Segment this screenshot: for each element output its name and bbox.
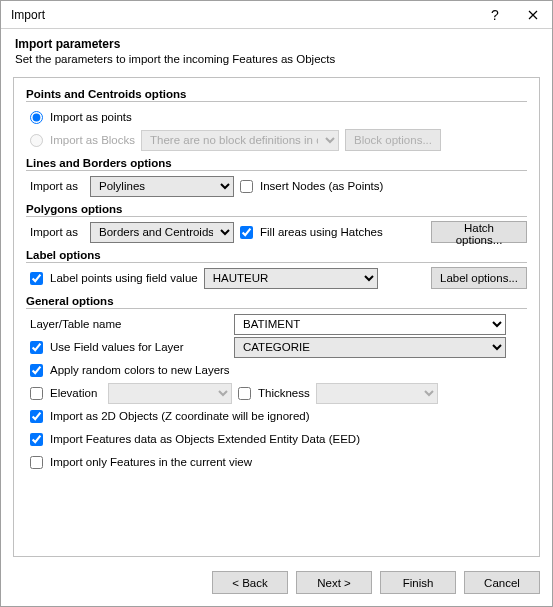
elevation-select <box>108 383 232 404</box>
group-title: Polygons options <box>26 203 527 217</box>
current-view-checkbox[interactable]: Import only Features in the current view <box>30 456 252 469</box>
import-2d-input[interactable] <box>30 410 43 423</box>
radio-import-as-blocks: Import as Blocks <box>30 134 135 147</box>
close-button[interactable] <box>514 1 552 29</box>
field-layer-select[interactable]: CATEGORIE <box>234 337 506 358</box>
radio-points-input[interactable] <box>30 111 43 124</box>
layer-name-label: Layer/Table name <box>30 318 228 330</box>
titlebar: Import ? <box>1 1 552 29</box>
group-polygons: Polygons options Import as Borders and C… <box>26 203 527 243</box>
radio-blocks-input <box>30 134 43 147</box>
import-as-label: Import as <box>30 226 84 238</box>
group-general: General options Layer/Table name BATIMEN… <box>26 295 527 473</box>
group-points-centroids: Points and Centroids options Import as p… <box>26 88 527 151</box>
insert-nodes-input[interactable] <box>240 180 253 193</box>
use-field-layer-input[interactable] <box>30 341 43 354</box>
close-icon <box>528 10 538 20</box>
apply-colors-input[interactable] <box>30 364 43 377</box>
label-field-select[interactable]: HAUTEUR <box>204 268 378 289</box>
use-field-layer-checkbox[interactable]: Use Field values for Layer <box>30 341 228 354</box>
label-using-field-checkbox[interactable]: Label points using field value <box>30 272 198 285</box>
import-eed-checkbox[interactable]: Import Features data as Objects Extended… <box>30 433 360 446</box>
lines-import-select[interactable]: Polylines <box>90 176 234 197</box>
group-label: Label options Label points using field v… <box>26 249 527 289</box>
page-subtitle: Import parameters <box>15 37 538 51</box>
insert-nodes-checkbox[interactable]: Insert Nodes (as Points) <box>240 180 383 193</box>
thickness-select <box>316 383 438 404</box>
polygons-import-select[interactable]: Borders and Centroids <box>90 222 234 243</box>
footer-buttons: < Back Next > Finish Cancel <box>1 565 552 606</box>
hatch-options-button[interactable]: Hatch options... <box>431 221 527 243</box>
back-button[interactable]: < Back <box>212 571 288 594</box>
elevation-input[interactable] <box>30 387 43 400</box>
current-view-input[interactable] <box>30 456 43 469</box>
radio-import-as-points[interactable]: Import as points <box>30 111 132 124</box>
label-options-button[interactable]: Label options... <box>431 267 527 289</box>
next-button[interactable]: Next > <box>296 571 372 594</box>
thickness-checkbox[interactable]: Thickness <box>238 387 310 400</box>
thickness-input[interactable] <box>238 387 251 400</box>
window-title: Import <box>11 8 476 22</box>
import-2d-checkbox[interactable]: Import as 2D Objects (Z coordinate will … <box>30 410 310 423</box>
help-button[interactable]: ? <box>476 1 514 29</box>
finish-button[interactable]: Finish <box>380 571 456 594</box>
options-panel: Points and Centroids options Import as p… <box>13 77 540 557</box>
elevation-checkbox[interactable]: Elevation <box>30 387 102 400</box>
header-section: Import parameters Set the parameters to … <box>1 29 552 71</box>
group-title: Lines and Borders options <box>26 157 527 171</box>
cancel-button[interactable]: Cancel <box>464 571 540 594</box>
block-definition-select: There are no block definitions in drawin… <box>141 130 339 151</box>
group-title: Label options <box>26 249 527 263</box>
apply-colors-checkbox[interactable]: Apply random colors to new Layers <box>30 364 230 377</box>
import-eed-input[interactable] <box>30 433 43 446</box>
fill-hatches-input[interactable] <box>240 226 253 239</box>
group-lines-borders: Lines and Borders options Import as Poly… <box>26 157 527 197</box>
layer-name-select[interactable]: BATIMENT <box>234 314 506 335</box>
label-using-field-input[interactable] <box>30 272 43 285</box>
group-title: Points and Centroids options <box>26 88 527 102</box>
fill-hatches-checkbox[interactable]: Fill areas using Hatches <box>240 226 383 239</box>
import-dialog: Import ? Import parameters Set the param… <box>0 0 553 607</box>
page-description: Set the parameters to import the incomin… <box>15 53 538 65</box>
import-as-label: Import as <box>30 180 84 192</box>
block-options-button: Block options... <box>345 129 441 151</box>
group-title: General options <box>26 295 527 309</box>
